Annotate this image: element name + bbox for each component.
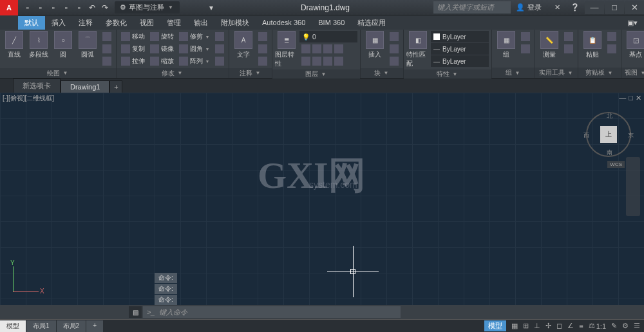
qat-undo-icon[interactable]: ↶: [86, 2, 98, 14]
doc-tab-drawing1[interactable]: Drawing1: [61, 80, 109, 93]
line-button[interactable]: ╱直线: [3, 31, 26, 67]
dim-button[interactable]: [256, 31, 269, 42]
arc-button[interactable]: ⌒圆弧: [76, 31, 99, 67]
doc-close-button[interactable]: ✕: [636, 94, 641, 102]
layer-tool-2[interactable]: [299, 55, 357, 67]
matchprop-button[interactable]: ◧特性匹配: [406, 31, 430, 68]
draw-misc-1[interactable]: [100, 31, 113, 42]
nav-orbit-icon[interactable]: [627, 202, 639, 214]
viewport-label[interactable]: [-][俯视][二维线框]: [3, 94, 54, 103]
qat-new-icon[interactable]: ▫: [22, 2, 33, 14]
basepoint-button[interactable]: ◲基点: [624, 31, 644, 66]
viewcube[interactable]: 北 南 西 东 上: [586, 112, 631, 157]
command-history-button[interactable]: ▤: [129, 306, 142, 318]
polar-toggle-icon[interactable]: ✢: [545, 322, 551, 330]
tab-view[interactable]: 视图: [133, 16, 160, 30]
text-button[interactable]: A文字: [232, 31, 255, 67]
color-dropdown[interactable]: ByLayer: [431, 31, 489, 42]
layer-props-button[interactable]: ≣图层特性: [275, 31, 298, 68]
qat-redo-icon[interactable]: ↷: [99, 2, 111, 14]
array-button[interactable]: 阵列▾: [177, 55, 212, 67]
tab-addins[interactable]: 附加模块: [214, 16, 256, 30]
modify-misc-3[interactable]: [213, 55, 226, 67]
tab-autodesk360[interactable]: Autodesk 360: [256, 17, 312, 28]
command-input[interactable]: >_ 键入命令: [143, 306, 401, 318]
customize-status-icon[interactable]: ☰: [634, 322, 640, 330]
rotate-button[interactable]: 旋转: [148, 31, 176, 42]
paste-button[interactable]: 📋粘贴: [581, 31, 604, 66]
draw-misc-2[interactable]: [100, 43, 113, 55]
qat-saveas-icon[interactable]: ▫: [61, 2, 72, 14]
tab-manage[interactable]: 管理: [160, 16, 187, 30]
search-input[interactable]: 键入关键字或短语: [433, 1, 511, 14]
annotation-toggle-icon[interactable]: ✎: [611, 322, 617, 330]
table-button[interactable]: [256, 55, 269, 67]
block-edit[interactable]: [388, 43, 401, 55]
leader-button[interactable]: [256, 43, 269, 55]
layout-tab-add[interactable]: +: [86, 320, 104, 332]
close-button[interactable]: ✕: [625, 1, 644, 14]
maximize-button[interactable]: □: [605, 1, 624, 14]
tab-bim360[interactable]: BIM 360: [312, 17, 351, 28]
polyline-button[interactable]: ⌇多段线: [27, 31, 50, 67]
group-button[interactable]: ▦组: [495, 31, 518, 66]
linetype-dropdown[interactable]: —ByLayer: [431, 55, 489, 67]
login-area[interactable]: 👤 登录 ✕ ❔: [511, 3, 585, 12]
otrack-toggle-icon[interactable]: ∠: [567, 322, 574, 330]
tab-output[interactable]: 输出: [187, 16, 214, 30]
doc-tab-add[interactable]: +: [109, 80, 122, 93]
mirror-button[interactable]: 镜像: [148, 43, 176, 55]
minimize-button[interactable]: —: [585, 1, 604, 14]
grid-toggle-icon[interactable]: ▦: [511, 322, 518, 330]
wcs-label[interactable]: WCS: [607, 161, 625, 168]
workspace-selector[interactable]: ⚙ 草图与注释 ▼: [115, 1, 180, 14]
stretch-button[interactable]: 拉伸: [119, 55, 147, 67]
tab-default[interactable]: 默认: [18, 16, 45, 30]
trim-button[interactable]: 修剪▾: [177, 31, 212, 42]
scale-button[interactable]: 缩放: [148, 55, 176, 67]
layer-dropdown[interactable]: 💡0: [299, 31, 357, 42]
layout-tab-1[interactable]: 布局1: [26, 320, 57, 332]
circle-button[interactable]: ○圆: [52, 31, 75, 67]
block-create[interactable]: [388, 31, 401, 42]
snap-toggle-icon[interactable]: ⊞: [523, 322, 529, 330]
tab-featured[interactable]: 精选应用: [351, 16, 392, 30]
workspace-switch-icon[interactable]: ⚙: [622, 322, 629, 330]
nav-zoom-icon[interactable]: [627, 188, 639, 199]
move-button[interactable]: 移动: [119, 31, 147, 42]
tab-annotate[interactable]: 注释: [72, 16, 99, 30]
layout-tab-2[interactable]: 布局2: [57, 320, 87, 332]
modify-misc-2[interactable]: [213, 43, 226, 55]
qat-more-icon[interactable]: ▾: [205, 2, 217, 14]
osnap-toggle-icon[interactable]: ◻: [556, 322, 562, 330]
qat-open-icon[interactable]: ▫: [35, 2, 46, 14]
tab-parametric[interactable]: 参数化: [99, 16, 133, 30]
drawing-canvas[interactable]: [-][俯视][二维线框] — □ ✕ 北 南 西 东 上 WCS GXI网 s…: [0, 93, 644, 305]
group-misc[interactable]: [519, 31, 532, 42]
layer-tool-1[interactable]: [299, 43, 357, 55]
modify-misc-1[interactable]: [213, 31, 226, 42]
doc-min-button[interactable]: —: [619, 94, 626, 102]
measure-button[interactable]: 📏测量: [538, 31, 561, 66]
ortho-toggle-icon[interactable]: ⊥: [534, 322, 540, 330]
qat-plot-icon[interactable]: ▫: [73, 2, 85, 14]
qat-save-icon[interactable]: ▫: [48, 2, 59, 14]
layout-tab-model[interactable]: 模型: [0, 320, 26, 332]
nav-fullnav-icon[interactable]: [627, 160, 639, 171]
viewcube-west[interactable]: 西: [583, 131, 589, 140]
viewcube-face[interactable]: 上: [600, 126, 617, 143]
help-icon[interactable]: ❔: [571, 3, 580, 12]
lineweight-dropdown[interactable]: —ByLayer: [431, 43, 489, 55]
doc-max-button[interactable]: □: [629, 94, 633, 102]
block-attr[interactable]: [388, 55, 401, 67]
tab-insert[interactable]: 插入: [45, 16, 72, 30]
lineweight-toggle-icon[interactable]: ≡: [579, 322, 583, 330]
ribbon-minimize-icon[interactable]: ▣▾: [621, 17, 644, 29]
scale-display[interactable]: ⚖ 1:1: [589, 322, 606, 330]
doc-tab-start[interactable]: 新选项卡: [13, 78, 61, 93]
viewcube-east[interactable]: 东: [628, 131, 634, 140]
status-model-badge[interactable]: 模型: [484, 320, 506, 331]
fillet-button[interactable]: 圆角▾: [177, 43, 212, 55]
nav-pan-icon[interactable]: [627, 174, 639, 185]
insert-block-button[interactable]: ▦插入: [363, 31, 386, 67]
